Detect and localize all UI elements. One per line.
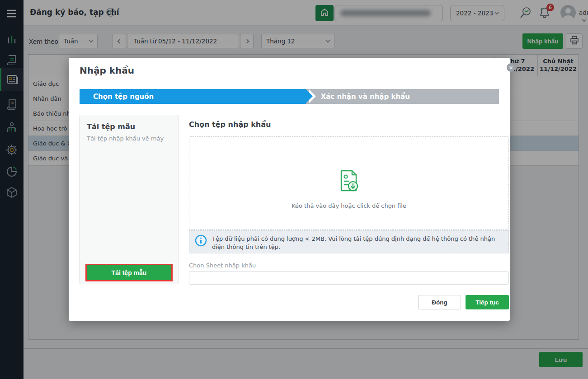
modal-close-button[interactable]: ✕: [507, 63, 515, 72]
modal-cancel-button[interactable]: Đóng: [418, 295, 461, 309]
close-icon: ✕: [508, 65, 513, 71]
info-box: Tệp dữ liệu phải có dung lượng < 2MB. Vu…: [189, 230, 509, 253]
template-download-card: Tải tệp mẫu Tải tệp nhập khẩu về máy Tải…: [79, 115, 179, 284]
modal-title: Nhập khẩu: [80, 65, 134, 76]
annotation-highlight-box: Tải tệp mẫu: [85, 264, 173, 281]
info-text: Tệp dữ liệu phải có dung lượng < 2MB. Vu…: [212, 234, 503, 251]
file-dropzone[interactable]: Kéo thả vào đây hoặc click để chọn file: [189, 136, 509, 230]
step-select-source-active[interactable]: Chọn tệp nguồn: [80, 89, 306, 104]
info-icon: [195, 234, 207, 248]
download-template-button[interactable]: Tải tệp mẫu: [87, 265, 171, 280]
template-card-title: Tải tệp mẫu: [87, 122, 171, 131]
wizard-steps: Chọn tệp nguồn Xác nhận và nhập khẩu: [80, 89, 499, 104]
import-modal: Nhập khẩu ✕ Chọn tệp nguồn Xác nhận và n…: [69, 58, 510, 321]
template-card-subtitle: Tải tệp nhập khẩu về máy: [87, 135, 171, 142]
step-confirm-import[interactable]: Xác nhận và nhập khẩu: [315, 89, 499, 104]
document-download-icon: [336, 168, 362, 196]
sheet-select-input[interactable]: [189, 271, 509, 285]
modal-continue-button[interactable]: Tiếp tục: [466, 295, 509, 309]
sheet-select-label: Chọn Sheet nhập khẩu: [189, 262, 256, 269]
dropzone-text: Kéo thả vào đây hoặc click để chọn file: [292, 202, 406, 209]
file-section-title: Chọn tệp nhập khẩu: [189, 120, 271, 129]
